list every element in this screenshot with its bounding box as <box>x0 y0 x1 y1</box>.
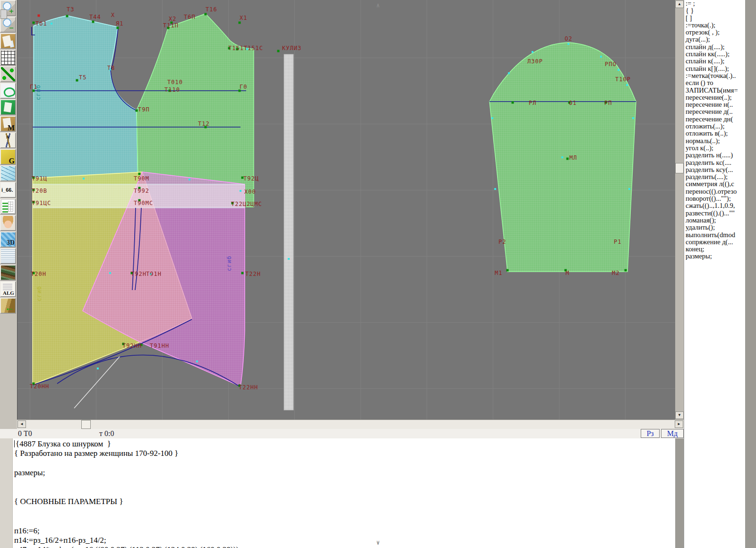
pattern-point[interactable] <box>117 27 119 29</box>
pattern-point[interactable] <box>507 269 509 272</box>
command-item[interactable]: отложить(...); <box>684 123 745 130</box>
command-item[interactable]: ломаная(); <box>684 217 745 224</box>
pattern-point[interactable] <box>205 13 207 16</box>
pattern-point[interactable] <box>33 22 35 24</box>
measure-button[interactable] <box>0 66 16 82</box>
command-item[interactable]: угол к(..); <box>684 145 745 152</box>
program-editor[interactable]: {4887 Блузка со шнурком }{ Разработано н… <box>0 438 675 548</box>
canvas-vertical-scrollbar[interactable]: ▲ ▼ <box>675 0 684 420</box>
horizontal-scroll-thumb[interactable] <box>81 420 91 429</box>
command-item[interactable]: разделить ксу(... <box>684 166 745 173</box>
pattern-preview-button[interactable] <box>0 33 16 49</box>
command-item[interactable]: разделить кс(.... <box>684 159 745 166</box>
scroll-down-button[interactable]: ▼ <box>675 411 684 419</box>
pattern-point[interactable] <box>508 72 510 74</box>
panel-scroll-down[interactable]: ∨ <box>0 539 756 545</box>
photo-button[interactable] <box>0 215 16 231</box>
pattern-point[interactable] <box>196 360 198 362</box>
notes-button[interactable] <box>0 248 16 264</box>
pattern-point[interactable] <box>66 15 69 17</box>
command-item[interactable]: разделить(....); <box>684 173 745 180</box>
ruler-blue-button[interactable] <box>0 165 16 181</box>
pattern-point[interactable] <box>567 158 569 160</box>
view-3d-button[interactable]: 3D <box>0 231 16 248</box>
command-item[interactable]: если () то <box>684 79 745 86</box>
pattern-point[interactable] <box>512 102 514 104</box>
pattern-point[interactable] <box>628 188 630 190</box>
vertical-scroll-thumb[interactable] <box>675 163 684 173</box>
curve-page-button[interactable] <box>0 83 16 99</box>
command-item[interactable]: [ ] <box>684 15 745 22</box>
command-item[interactable]: сплайн к(....); <box>684 58 745 65</box>
command-item[interactable]: отложить в(..); <box>684 130 745 137</box>
command-item[interactable]: удалить(); <box>684 224 745 231</box>
editor-scroll-thumb[interactable] <box>0 9 7 19</box>
command-item[interactable]: нормаль(..); <box>684 137 745 145</box>
rz-button[interactable]: Рз <box>641 429 660 438</box>
pattern-m-button[interactable]: M <box>0 116 16 132</box>
exit-button[interactable]: ← <box>0 298 16 314</box>
command-item[interactable]: пересечение н(.. <box>684 101 745 108</box>
pattern-point[interactable] <box>240 190 241 192</box>
pattern-point[interactable] <box>241 272 244 274</box>
command-item[interactable]: сплайн кк(.....); <box>684 51 745 58</box>
zoom-out-button[interactable]: − <box>0 17 16 33</box>
pattern-point[interactable] <box>51 23 52 25</box>
canvas-horizontal-scrollbar[interactable]: ◄ ► <box>17 420 684 429</box>
pattern-point[interactable] <box>618 69 619 71</box>
command-item[interactable]: :=метка(точка(.).. <box>684 72 745 79</box>
command-item[interactable]: сжать(()..,1.1,0.9, <box>684 202 745 209</box>
pattern-point[interactable] <box>626 84 628 86</box>
pattern-point[interactable] <box>97 368 99 369</box>
panel-scroll-up[interactable]: ∧ <box>0 3 756 9</box>
pattern-point[interactable] <box>109 272 111 274</box>
pattern-point[interactable] <box>239 22 241 24</box>
command-item[interactable]: симметрия л((),с <box>684 180 745 188</box>
command-item[interactable]: размеры; <box>684 253 745 260</box>
command-item[interactable]: :=точка(.); <box>684 22 745 29</box>
pattern-point[interactable] <box>491 117 493 119</box>
pattern-point[interactable] <box>38 15 40 17</box>
pattern-point[interactable] <box>532 51 533 53</box>
md-button[interactable]: Мд <box>661 429 684 438</box>
command-item[interactable]: развести(().()..."" <box>684 210 745 217</box>
command-item[interactable]: дуга(...); <box>684 36 745 43</box>
command-item[interactable]: сопряжение д(... <box>684 239 745 246</box>
pattern-point[interactable] <box>138 173 141 175</box>
pattern-g-button[interactable]: G <box>0 149 16 165</box>
measure-strip[interactable] <box>284 54 293 410</box>
pattern-point[interactable] <box>83 178 85 180</box>
command-item[interactable]: пересечение(..); <box>684 94 745 101</box>
command-item[interactable]: отрезок( , ); <box>684 29 745 36</box>
pattern-point[interactable] <box>625 269 627 272</box>
command-item[interactable]: перенос(().отрезо <box>684 188 745 195</box>
command-item[interactable]: сплайн к[](....); <box>684 65 745 72</box>
scroll-right-button[interactable]: ► <box>675 420 683 428</box>
pattern-point[interactable] <box>76 79 78 82</box>
command-item[interactable]: конец; <box>684 246 745 253</box>
command-item[interactable]: ЗАПИСАТЬ(имя= <box>684 87 745 94</box>
pattern-point[interactable] <box>288 258 290 260</box>
pattern-point[interactable] <box>567 43 569 45</box>
i66-button[interactable]: i_66. <box>0 182 16 198</box>
pattern-point[interactable] <box>189 179 190 180</box>
drawing-canvas[interactable]: Тб1Т3Т44ХЯ1Т8Т5Г1Т010Т110Г0Т9ПТ12Х2Т6ПТ1… <box>17 0 676 420</box>
alg-button[interactable]: ALG <box>0 281 16 297</box>
pattern-point[interactable] <box>136 110 138 112</box>
pattern-point[interactable] <box>494 188 496 190</box>
books-button[interactable] <box>0 265 16 281</box>
pattern-point[interactable] <box>92 21 94 23</box>
command-item[interactable]: пересечение дн( <box>684 116 745 123</box>
pattern-point[interactable] <box>600 56 602 58</box>
pattern-point[interactable] <box>561 156 563 158</box>
drafting-tools-button[interactable]: A <box>0 132 16 148</box>
command-item[interactable]: пересечение д(.. <box>684 108 745 115</box>
command-item[interactable]: разделить н(.....) <box>684 152 745 159</box>
command-item[interactable]: сплайн д(....); <box>684 43 745 51</box>
grid-button[interactable] <box>0 50 16 66</box>
pattern-point[interactable] <box>632 117 634 119</box>
size-table-button[interactable] <box>0 198 16 214</box>
command-item[interactable]: выполнить(dmod <box>684 231 745 239</box>
pattern-green-button[interactable] <box>0 99 16 115</box>
scroll-left-button[interactable]: ◄ <box>17 420 26 428</box>
